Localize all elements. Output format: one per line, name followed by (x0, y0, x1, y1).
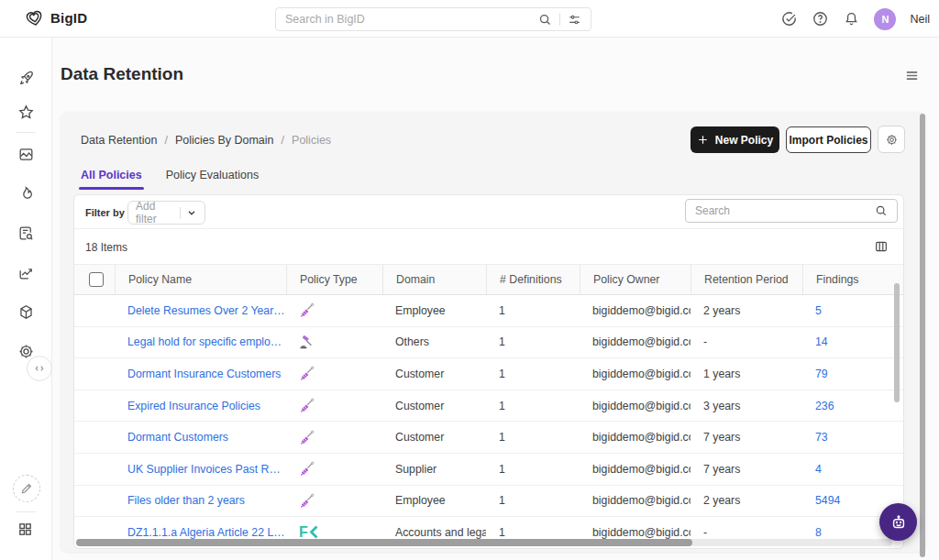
brand-name: BigID (50, 10, 87, 26)
table-row[interactable]: Expired Insurance Policies Customer 1 bi… (74, 390, 903, 423)
policy-owner-cell: bigiddemo@bigid.com (580, 327, 690, 358)
findings-link[interactable]: 73 (815, 431, 828, 444)
policy-name-link[interactable]: Legal hold for specific employee (127, 335, 286, 348)
findings-link[interactable]: 236 (815, 400, 834, 412)
items-row: 18 Items (74, 229, 903, 265)
plus-icon (697, 134, 709, 146)
top-right-actions: N Neil (780, 0, 930, 38)
tasks-check-icon[interactable] (780, 10, 798, 27)
table-row[interactable]: UK Supplier Invoices Past Retention Supp… (74, 454, 903, 486)
assistant-robot-button[interactable] (879, 503, 917, 541)
column-definitions[interactable]: # Definitions (486, 265, 580, 294)
help-icon[interactable] (812, 10, 829, 27)
policy-name-link[interactable]: Files older than 2 years (127, 494, 245, 507)
breadcrumb-data-retention[interactable]: Data Retention (81, 134, 157, 147)
tab-all-policies[interactable]: All Policies (81, 169, 142, 190)
trend-chart-icon[interactable] (17, 264, 35, 281)
star-icon[interactable] (17, 104, 35, 121)
apps-grid-icon[interactable] (17, 522, 33, 537)
policy-name-link[interactable]: Dormant Customers (127, 431, 228, 444)
findings-link[interactable]: 4 (815, 463, 822, 476)
policy-type-cell (286, 295, 382, 326)
row-checkbox-slot (74, 454, 115, 485)
search-icon[interactable] (538, 13, 552, 27)
policy-type-cell (286, 486, 382, 517)
column-domain[interactable]: Domain (382, 265, 486, 294)
table-vertical-scrollbar[interactable] (894, 283, 900, 402)
table-header: Policy Name Policy Type Domain # Definit… (74, 265, 903, 295)
filter-row: Filter by Add filter Search (74, 195, 903, 229)
search-divider (559, 13, 560, 26)
retention-period-cell: 2 years (690, 486, 802, 517)
policies-panel: Filter by Add filter Search 18 Items Pol… (73, 194, 904, 549)
global-search-placeholder: Search in BigID (285, 13, 538, 26)
policy-type-cell (286, 422, 382, 453)
search-icon (875, 204, 888, 217)
global-search-input[interactable]: Search in BigID (275, 7, 591, 31)
breadcrumb: Data Retention / Policies By Domain / Po… (81, 134, 331, 147)
table-search-input[interactable]: Search (685, 199, 898, 223)
page-title: Data Retention (61, 64, 183, 84)
table-row[interactable]: Dormant Customers Customer 1 bigiddemo@b… (74, 422, 903, 454)
svg-text:F: F (299, 524, 308, 540)
retention-period-cell: 2 years (690, 295, 802, 326)
table-settings-gear-button[interactable] (878, 126, 905, 153)
import-policies-button[interactable]: Import Policies (786, 126, 871, 153)
findings-link[interactable]: 14 (815, 335, 828, 348)
table-row[interactable]: Delete Resumes Over 2 Years Old Employee… (74, 295, 903, 327)
user-name[interactable]: Neil (910, 13, 930, 26)
policy-name-link[interactable]: Delete Resumes Over 2 Years Old (127, 304, 286, 317)
page-menu-icon[interactable] (904, 68, 920, 83)
domain-cell: Others (382, 327, 486, 358)
notifications-bell-icon[interactable] (843, 10, 860, 27)
chevron-down-icon (186, 207, 197, 218)
page-vertical-scrollbar[interactable] (920, 114, 925, 557)
bigid-logo[interactable]: BigID (24, 7, 87, 28)
rocket-icon[interactable] (17, 70, 35, 87)
report-search-icon[interactable] (17, 225, 35, 242)
policy-name-link[interactable]: DZ1.1.1.a Algeria Article 22 Law na 0... (127, 526, 286, 539)
policy-type-cell (286, 358, 382, 390)
add-filter-dropdown[interactable]: Add filter (127, 201, 205, 225)
image-icon[interactable] (17, 146, 35, 163)
sidebar-collapse-toggle[interactable] (27, 356, 52, 381)
retention-period-cell: 7 years (690, 454, 802, 485)
table-row[interactable]: Legal hold for specific employee Others … (74, 327, 903, 359)
policy-name-link[interactable]: Dormant Insurance Customers (127, 368, 281, 380)
policy-name-link[interactable]: UK Supplier Invoices Past Retention (127, 463, 286, 476)
policy-tabs: All Policies Policy Evaluations (81, 169, 259, 190)
sidebar-divider (17, 511, 36, 512)
deletion-broom-icon (299, 461, 315, 477)
findings-link[interactable]: 79 (815, 368, 828, 380)
retention-period-cell: 3 years (690, 390, 802, 422)
pencil-icon[interactable] (13, 475, 40, 502)
findings-link[interactable]: 5494 (815, 494, 840, 507)
table-row[interactable]: Files older than 2 years Employee 1 bigi… (74, 486, 903, 518)
findings-link[interactable]: 8 (815, 526, 822, 539)
column-policy-type[interactable]: Policy Type (286, 265, 382, 294)
select-all-checkbox[interactable] (89, 272, 104, 287)
policy-owner-cell: bigiddemo@bigid.com (580, 486, 690, 517)
findings-link[interactable]: 5 (815, 304, 822, 317)
column-findings[interactable]: Findings (802, 265, 903, 294)
column-policy-name[interactable]: Policy Name (115, 265, 286, 294)
tab-policy-evaluations[interactable]: Policy Evaluations (166, 169, 259, 190)
breadcrumb-policies-by-domain[interactable]: Policies By Domain (175, 134, 274, 147)
table-horizontal-scrollbar[interactable] (76, 539, 692, 546)
legal-hold-gavel-icon (299, 335, 315, 350)
user-avatar[interactable]: N (874, 8, 896, 30)
flame-icon[interactable] (17, 185, 35, 203)
column-retention-period[interactable]: Retention Period (690, 265, 802, 294)
table-row[interactable]: Dormant Insurance Customers Customer 1 b… (74, 358, 903, 390)
column-policy-owner[interactable]: Policy Owner (580, 265, 690, 294)
policy-name-link[interactable]: Expired Insurance Policies (127, 400, 260, 412)
new-policy-button[interactable]: New Policy (690, 126, 779, 153)
advanced-search-sliders-icon[interactable] (568, 13, 581, 27)
column-chooser-icon[interactable] (874, 239, 889, 254)
row-checkbox-slot (74, 358, 115, 390)
row-checkbox-slot (74, 486, 115, 517)
definitions-cell: 1 (486, 327, 580, 358)
retention-period-cell: 7 years (690, 422, 802, 453)
retention-period-cell: 1 years (690, 358, 802, 390)
cube-icon[interactable] (17, 303, 35, 321)
